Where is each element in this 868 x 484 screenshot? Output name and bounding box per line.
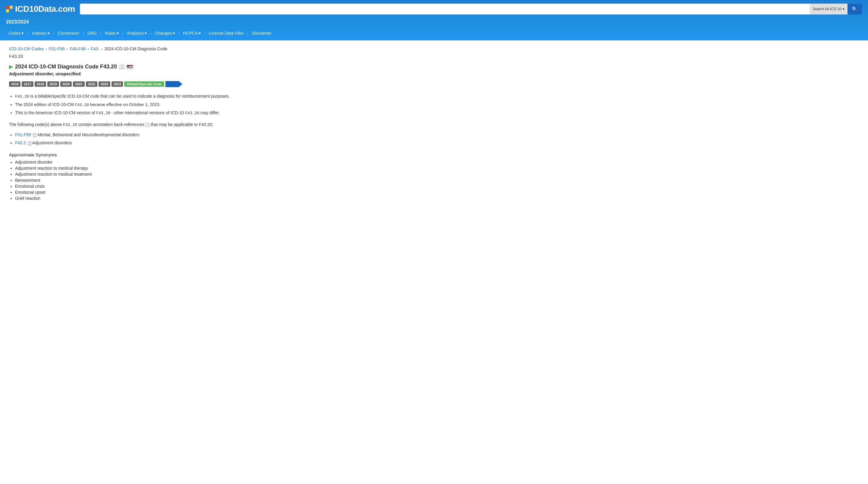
ref-doc-icon: 📋 [33, 133, 36, 138]
nav-label: Conversion [58, 31, 79, 36]
synonym-item: Adjustment reaction to medical treatment [15, 172, 280, 177]
nav-separator: | [247, 31, 248, 35]
site-logo[interactable]: ICD10Data.com [6, 4, 75, 14]
main-content: ICD-10-CM Codes › F01-F99 › F40-F48 › F4… [0, 40, 289, 212]
year-label: 2023/2024 [0, 18, 868, 27]
synonym-item: Emotional crisis [15, 184, 280, 189]
year-badge-2022[interactable]: 2022 [86, 81, 97, 87]
year-badges-row: 2016 2017 2018 2019 2020 2021 2022 2023 … [9, 80, 280, 88]
breadcrumb-current: 2024 ICD-10-CM Diagnosis Code [104, 47, 167, 51]
synonym-item: Adjustment reaction to medical therapy [15, 166, 280, 171]
logo-text: ICD10Data.com [15, 4, 75, 14]
chevron-down-icon: ▾ [48, 31, 50, 36]
nav-item-conversion[interactable]: Conversion [56, 30, 82, 37]
dropdown-arrow-icon: ▾ [843, 7, 844, 11]
chevron-down-icon: ▾ [145, 31, 147, 36]
nav-separator: | [100, 31, 101, 35]
nav-label: Disclaimer [252, 31, 272, 36]
search-select-button[interactable]: Search All ICD-10 ▾ [810, 4, 847, 14]
chevron-down-icon: ▾ [117, 31, 119, 36]
breadcrumb-sep: › [67, 47, 68, 51]
year-badge-2021[interactable]: 2021 [73, 81, 84, 87]
code-ref-4: F43.20 [185, 111, 199, 115]
breadcrumb-f01f99[interactable]: F01-F99 [49, 47, 65, 51]
bullet-text-2a: The 2024 edition of ICD-10-CM [15, 102, 75, 107]
ref-link-f01f99[interactable]: F01-F99 [15, 132, 31, 137]
bullet-item-2: The 2024 edition of ICD-10-CM F43.20 bec… [15, 101, 280, 108]
breadcrumb-sep: › [45, 47, 47, 51]
nav-separator: | [204, 31, 205, 35]
ref-item-1: F01-F99 📋 Mental, Behavioral and Neurode… [15, 132, 280, 138]
year-badge-2017[interactable]: 2017 [22, 81, 33, 87]
bullet-points-list: F43.20 is a billable/specific ICD-10-CM … [15, 93, 280, 116]
search-icon: 🔍 [852, 7, 858, 12]
current-code-display: F43.20 [9, 54, 280, 59]
nav-label: Codes [8, 31, 21, 36]
synonyms-list: Adjustment disorder Adjustment reaction … [15, 160, 280, 201]
annotation-ref-icon: ? [145, 123, 150, 127]
nav-separator: | [53, 31, 54, 35]
breadcrumb-f40f48[interactable]: F40-F48 [70, 47, 86, 51]
nav-separator: | [179, 31, 179, 35]
annotation-text: The following code(s) above F43.20 conta… [9, 121, 280, 128]
code-title-text: 2024 ICD-10-CM Diagnosis Code F43.20 [15, 64, 117, 70]
search-select-label: Search All ICD-10 [813, 7, 841, 11]
nav-item-disclaimer[interactable]: Disclaimer [250, 30, 274, 37]
year-badge-2018[interactable]: 2018 [35, 81, 46, 87]
chevron-down-icon: ▾ [198, 31, 201, 36]
synonym-item: Emotional upset [15, 190, 280, 195]
nav-item-license[interactable]: License Data Files [207, 30, 246, 37]
copy-icon[interactable]: 📋 [119, 65, 124, 69]
bullet-text-2b: became effective on October 1, 2023. [90, 102, 160, 107]
nav-separator: | [122, 31, 123, 35]
code-ref-2: F43.20 [75, 103, 89, 107]
header-top: ICD10Data.com Search All ICD-10 ▾ 🔍 [0, 0, 868, 18]
nav-separator: | [83, 31, 84, 35]
nav-label: License Data Files [209, 31, 244, 36]
annotation-before: The following code(s) above [9, 122, 62, 127]
search-submit-button[interactable]: 🔍 [847, 4, 862, 14]
code-ref: F43.20 [15, 94, 29, 99]
breadcrumb-sep: › [87, 47, 89, 51]
bullet-text-3c: may differ. [200, 110, 220, 115]
chevron-down-icon: ▾ [22, 31, 24, 36]
breadcrumb-f43[interactable]: F43- [91, 47, 99, 51]
nav-label: Rules [105, 31, 116, 36]
synonym-item: Grief reaction [15, 196, 280, 201]
year-badge-2016[interactable]: 2016 [9, 81, 21, 87]
chevron-down-icon: ▾ [173, 31, 175, 36]
year-badge-2024[interactable]: 2024 [112, 81, 123, 87]
code-title-section: ▶ 2024 ICD-10-CM Diagnosis Code F43.20 📋… [9, 64, 280, 76]
ref-desc-1-text: Mental, Behavioral and Neurodevelopmenta… [38, 132, 140, 137]
nav-label: Changes [155, 31, 172, 36]
billable-badge: Billable/Specific Code [124, 81, 164, 87]
breadcrumb: ICD-10-CM Codes › F01-F99 › F40-F48 › F4… [9, 47, 280, 51]
nav-separator: | [27, 31, 28, 35]
us-flag-icon [127, 65, 133, 69]
nav-item-changes[interactable]: Changes ▾ [153, 30, 177, 37]
main-nav: Codes ▾ | Indexes ▾ | Conversion | DRG |… [0, 27, 868, 40]
nav-separator: | [150, 31, 151, 35]
search-input[interactable] [80, 4, 810, 14]
nav-item-indexes[interactable]: Indexes ▾ [30, 30, 52, 37]
nav-label: Indexes [32, 31, 47, 36]
year-badge-2023[interactable]: 2023 [98, 81, 110, 87]
breadcrumb-sep: › [101, 47, 103, 51]
year-badge-2020[interactable]: 2020 [60, 81, 72, 87]
annotation-middle: contain annotation back-references [79, 122, 144, 127]
ref-link-f432[interactable]: F43.2 [15, 141, 26, 145]
bullet-item-1: F43.20 is a billable/specific ICD-10-CM … [15, 93, 280, 100]
nav-item-drg[interactable]: DRG [85, 30, 99, 37]
bullet-text-1: is a billable/specific ICD-10-CM code th… [30, 94, 230, 98]
synonyms-title: Approximate Synonyms [9, 152, 280, 157]
bullet-text-3b: - other international versions of ICD-10 [112, 110, 185, 115]
nav-item-rules[interactable]: Rules ▾ [102, 30, 121, 37]
breadcrumb-icd10cm[interactable]: ICD-10-CM Codes [9, 47, 44, 51]
year-badge-2019[interactable]: 2019 [47, 81, 59, 87]
nav-item-hcpcs[interactable]: HCPCS ▾ [181, 30, 203, 37]
code-description: Adjustment disorder, unspecified [9, 71, 280, 76]
annotation-code: F43.20 [63, 123, 77, 127]
nav-item-analytics[interactable]: Analytics ▾ [124, 30, 149, 37]
code-title: ▶ 2024 ICD-10-CM Diagnosis Code F43.20 📋 [9, 64, 280, 70]
nav-item-codes[interactable]: Codes ▾ [6, 30, 26, 37]
